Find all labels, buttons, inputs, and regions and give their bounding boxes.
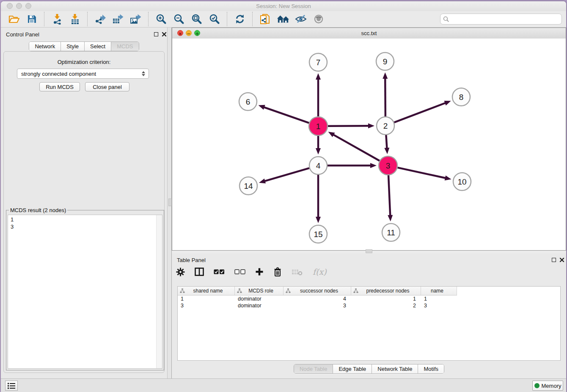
delete-column-icon[interactable] [273,265,282,279]
import-table-icon[interactable] [69,12,81,26]
open-session-icon[interactable] [8,12,20,26]
tab-edge-table[interactable]: Edge Table [333,364,372,373]
import-network-icon[interactable] [51,12,63,26]
column-header-mcds-role[interactable]: MCDS role [235,287,284,295]
table-header-row: shared name MCDS role successor nodes [178,287,560,295]
zoom-selected-icon[interactable] [208,12,221,26]
create-column-icon[interactable] [255,265,264,279]
graph-node-label-14: 14 [244,182,253,190]
tab-node-table[interactable]: Node Table [294,364,333,373]
cell-name[interactable]: 1 [421,296,457,302]
duplicate-network-icon[interactable] [259,12,272,26]
graph-edge-arrowhead-4-14 [259,179,266,184]
graph-edge-4-14[interactable] [264,168,309,181]
mcds-result-title: MCDS result (2 nodes) [9,207,67,213]
function-builder-icon-disabled: f(x) [313,265,327,279]
graph-node-label-9: 9 [383,57,388,66]
column-header-predecessor-nodes[interactable]: predecessor nodes [351,287,421,295]
mcds-result-list[interactable]: 1 3 [8,215,162,369]
graph-node-label-7: 7 [316,58,321,67]
memory-status-icon [534,383,539,388]
graph-edge-2-3[interactable] [386,135,387,149]
result-scrollbar[interactable] [156,215,162,368]
graph-edge-3-10[interactable] [397,168,446,178]
cell-successor-nodes[interactable]: 3 [284,303,351,309]
cell-shared-name[interactable]: 3 [178,303,235,309]
search-field[interactable] [440,14,562,25]
home-icon[interactable] [277,12,289,26]
graph-edge-arrowhead-2-3 [384,148,389,154]
tab-mcds[interactable]: MCDS [111,42,138,51]
splitter-grip[interactable] [366,249,372,253]
tab-network-table[interactable]: Network Table [372,364,418,373]
table-row[interactable]: 3 dominator 3 2 3 [178,302,560,309]
splitter-grip[interactable] [168,199,172,206]
cell-successor-nodes[interactable]: 4 [284,296,351,302]
vertical-splitter[interactable] [167,28,172,378]
main-toolbar [1,11,566,28]
delete-table-icon-disabled [292,265,303,279]
graph-node-label-6: 6 [246,97,250,106]
graph-edge-arrowhead-3-11 [388,215,393,221]
graph-edge-1-2[interactable] [328,126,369,126]
window-title: Session: New Session [1,3,566,9]
search-icon [443,16,449,22]
table-row[interactable]: 1 dominator 4 1 1 [178,295,560,302]
tab-select[interactable]: Select [85,42,111,51]
cell-predecessor-nodes[interactable]: 1 [351,296,421,302]
graph-edge-1-6[interactable] [263,107,309,123]
float-panel-icon[interactable] [552,258,556,262]
search-input[interactable] [451,16,559,23]
criterion-select[interactable]: strongly connected component [17,69,149,79]
graph-edge-3-1[interactable] [333,134,380,161]
tab-network[interactable]: Network [29,42,61,51]
graph-node-label-15: 15 [314,230,322,239]
graph-edge-3-11[interactable] [388,175,390,216]
hide-selected-icon[interactable] [295,12,307,26]
cell-mcds-role[interactable]: dominator [235,296,284,302]
cell-mcds-role[interactable]: dominator [235,303,284,309]
show-graphics-details-icon [312,12,325,26]
table-panel-title: Table Panel [177,257,206,263]
tab-motifs[interactable]: Motifs [418,364,444,373]
tab-style[interactable]: Style [61,42,85,51]
task-list-icon [8,383,15,389]
node-table: shared name MCDS role successor nodes [177,286,561,361]
close-panel-icon[interactable] [161,31,167,37]
mcds-result-group: MCDS result (2 nodes) 1 3 [6,210,164,370]
table-settings-gear-icon[interactable] [176,265,185,279]
network-window-titlebar[interactable]: scc.txt [172,28,566,39]
select-all-columns-icon[interactable] [214,265,225,279]
task-history-button[interactable] [5,381,18,391]
graph-edge-2-9[interactable] [385,77,385,116]
column-header-successor-nodes[interactable]: successor nodes [284,287,351,295]
export-network-icon[interactable] [94,12,107,26]
cell-shared-name[interactable]: 1 [178,296,235,302]
graph-edge-2-8[interactable] [394,102,446,122]
network-canvas[interactable]: 7968124314101511 [172,39,566,250]
zoom-fit-icon[interactable] [190,12,203,26]
unselect-all-columns-icon[interactable] [234,265,245,279]
graph-edge-arrowhead-2-9 [383,72,388,79]
cell-predecessor-nodes[interactable]: 2 [351,303,421,309]
zoom-out-icon[interactable] [173,12,185,26]
column-header-shared-name[interactable]: shared name [178,287,235,295]
memory-button[interactable]: Memory [532,381,563,391]
graph-node-label-8: 8 [459,93,464,102]
graph-edge-arrowhead-1-6 [259,105,265,110]
save-session-icon[interactable] [25,12,38,26]
column-header-name[interactable]: name [421,287,457,295]
show-column-panel-icon[interactable] [195,265,204,279]
cell-name[interactable]: 3 [421,303,457,309]
float-panel-icon[interactable] [154,32,158,36]
refresh-layout-icon[interactable] [234,12,246,26]
toolbar-separator [148,12,149,26]
run-mcds-button[interactable]: Run MCDS [39,82,80,91]
graph-node-label-1: 1 [316,122,321,131]
export-image-icon[interactable] [129,12,142,26]
close-panel-button[interactable]: Close panel [85,82,129,91]
export-table-icon[interactable] [112,12,124,26]
close-panel-icon[interactable] [559,257,565,263]
zoom-in-icon[interactable] [155,12,168,26]
toolbar-separator [44,12,45,26]
